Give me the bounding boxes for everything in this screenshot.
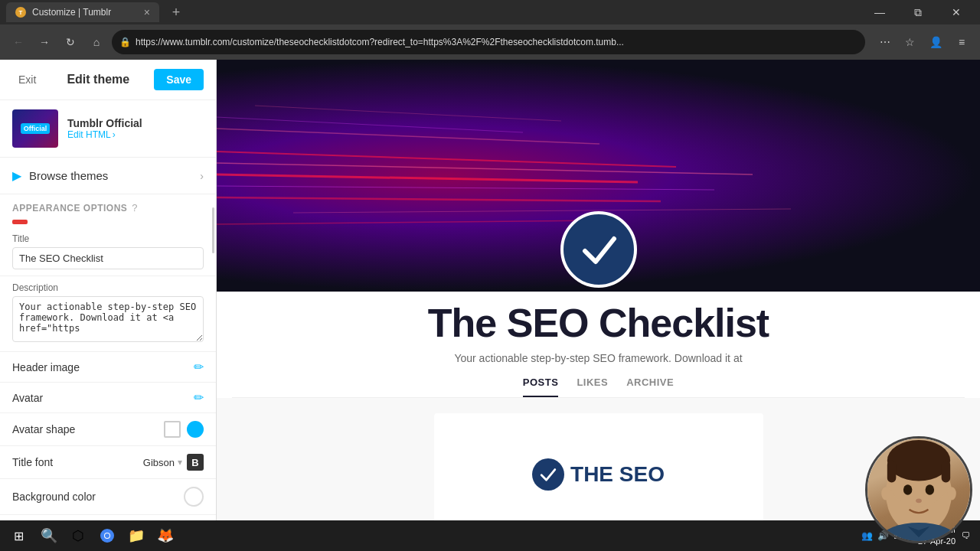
title-font-label: Title font: [12, 456, 53, 468]
tab-favicon: T: [15, 7, 26, 18]
taskbar-search[interactable]: 🔍: [35, 522, 63, 549]
title-bar: T Customize | Tumblr × + — ⧉ ✕: [0, 0, 980, 24]
svg-point-16: [926, 484, 934, 494]
description-input[interactable]: Your actionable step-by-step SEO framewo…: [12, 296, 204, 342]
official-badge: Official: [21, 123, 51, 134]
main-layout: Exit Edit theme Save Official Tumblr Off…: [0, 60, 980, 551]
nav-bar: ← → ↻ ⌂ 🔒 https://www.tumblr.com/customi…: [0, 24, 980, 60]
color-swatch-red[interactable]: [12, 220, 28, 224]
security-icon: 🔒: [119, 37, 131, 47]
svg-line-4: [217, 129, 599, 144]
svg-line-5: [217, 197, 661, 201]
exit-button[interactable]: Exit: [12, 70, 42, 89]
chevron-right-icon: ›: [200, 170, 204, 182]
bold-button[interactable]: B: [187, 454, 204, 471]
svg-line-9: [255, 106, 561, 121]
nav-icons: ⋯ ☆: [874, 31, 920, 53]
avatar-row: Avatar ✏: [0, 383, 216, 413]
taskbar-cortana[interactable]: ⬡: [64, 522, 92, 549]
theme-name: Tumblr Official: [67, 117, 204, 129]
close-button[interactable]: ✕: [939, 0, 974, 24]
browser-chrome: T Customize | Tumblr × + — ⧉ ✕ ← → ↻ ⌂ 🔒…: [0, 0, 980, 60]
title-input[interactable]: [12, 247, 204, 269]
browse-icon: ▶: [12, 168, 21, 183]
extensions-button[interactable]: ⋯: [874, 31, 896, 53]
svg-point-17: [916, 498, 922, 503]
address-text: https://www.tumblr.com/customize/theseoc…: [136, 37, 858, 47]
reload-button[interactable]: ↻: [60, 31, 81, 53]
title-field-group: Title: [0, 227, 216, 276]
scroll-indicator: [212, 207, 214, 253]
svg-line-1: [217, 163, 753, 174]
new-tab-button[interactable]: +: [165, 2, 187, 22]
browse-themes-row[interactable]: ▶ Browse themes ›: [0, 158, 216, 194]
bookmark-button[interactable]: ☆: [899, 31, 920, 53]
start-button[interactable]: ⊞: [3, 522, 34, 549]
post-title: THE SEO: [570, 462, 665, 487]
blog-description: Your actionable step-by-step SEO framewo…: [454, 352, 742, 364]
svg-rect-14: [942, 461, 950, 483]
nav-posts[interactable]: POSTS: [523, 377, 559, 397]
minimize-button[interactable]: —: [862, 0, 897, 24]
theme-info: Tumblr Official Edit HTML ›: [67, 117, 204, 140]
blog-logo-area: The SEO Checklist Your actionable step-b…: [217, 292, 980, 398]
svg-line-3: [217, 186, 714, 190]
blog-nav: POSTS LIKES ARCHIVE: [232, 377, 965, 398]
blog-title: The SEO Checklist: [428, 300, 769, 346]
save-button[interactable]: Save: [154, 69, 204, 90]
restore-button[interactable]: ⧉: [900, 0, 936, 24]
edit-html-link[interactable]: Edit HTML ›: [67, 129, 204, 140]
appearance-section: APPEARANCE OPTIONS ?: [0, 194, 216, 217]
background-color-label: Background color: [12, 491, 96, 503]
header-image-edit-icon[interactable]: ✏: [194, 360, 204, 374]
sidebar: Exit Edit theme Save Official Tumblr Off…: [0, 60, 217, 551]
theme-card: Official Tumblr Official Edit HTML ›: [0, 100, 216, 158]
background-color-picker[interactable]: [184, 487, 204, 507]
avatar-edit-icon[interactable]: ✏: [194, 390, 204, 405]
title-font-row: Title font Gibson ▾ B: [0, 446, 216, 479]
browser-tab[interactable]: T Customize | Tumblr ×: [6, 2, 159, 22]
svg-line-8: [217, 220, 599, 224]
home-button[interactable]: ⌂: [86, 31, 107, 53]
svg-point-15: [903, 484, 912, 494]
taskbar-files[interactable]: 📁: [122, 522, 150, 549]
background-color-row: Background color: [0, 479, 216, 515]
address-bar[interactable]: 🔒 https://www.tumblr.com/customize/these…: [112, 30, 865, 54]
shape-circle-option[interactable]: [187, 421, 204, 438]
blog-post-card: THE SEO: [434, 413, 763, 536]
blog-preview: The SEO Checklist Your actionable step-b…: [217, 60, 980, 551]
tab-close-btn[interactable]: ×: [144, 6, 150, 18]
description-label: Description: [12, 282, 204, 293]
forward-button[interactable]: →: [34, 31, 55, 53]
menu-button[interactable]: ≡: [951, 31, 972, 53]
blog-logo: [560, 211, 637, 288]
appearance-label: APPEARANCE OPTIONS: [12, 203, 127, 214]
svg-point-24: [105, 533, 109, 538]
profile-button[interactable]: 👤: [925, 31, 946, 53]
post-thumbnail-logo: [532, 458, 564, 491]
sidebar-header: Exit Edit theme Save: [0, 60, 216, 100]
back-button[interactable]: ←: [8, 31, 29, 53]
font-name: Gibson: [143, 457, 175, 468]
title-label: Title: [12, 233, 204, 244]
font-selector[interactable]: Gibson ▾: [143, 457, 182, 468]
edit-theme-title: Edit theme: [50, 73, 146, 86]
avatar-shape-row: Avatar shape: [0, 413, 216, 446]
svg-point-19: [947, 487, 956, 500]
browse-themes-label: Browse themes: [29, 169, 192, 182]
shape-square-option[interactable]: [164, 421, 181, 438]
preview-area: The SEO Checklist Your actionable step-b…: [217, 60, 980, 551]
svg-point-12: [887, 440, 950, 481]
nav-likes[interactable]: LIKES: [577, 377, 608, 397]
shape-options: [164, 421, 204, 438]
nav-archive[interactable]: ARCHIVE: [626, 377, 674, 397]
svg-point-18: [881, 487, 890, 500]
description-field-group: Description Your actionable step-by-step…: [0, 276, 216, 352]
window-controls: — ⧉ ✕: [862, 0, 974, 24]
taskbar-firefox[interactable]: 🦊: [152, 522, 179, 549]
help-icon[interactable]: ?: [132, 202, 137, 214]
tab-title: Customize | Tumblr: [32, 7, 111, 18]
taskbar-chrome[interactable]: [93, 522, 121, 549]
svg-line-2: [217, 174, 638, 182]
webcam-face: [867, 439, 970, 541]
